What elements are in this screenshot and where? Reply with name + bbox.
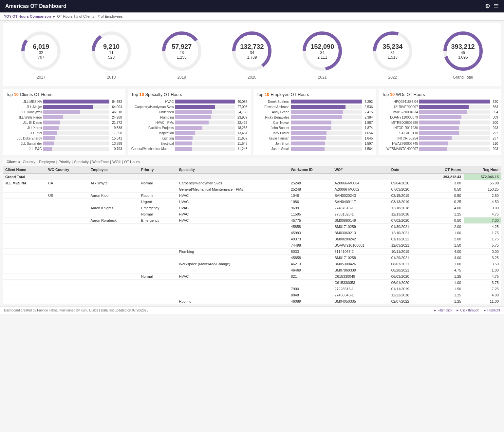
cell-priority: [139, 230, 177, 236]
circle-item-2018[interactable]: 9,210 11 523 2018: [90, 30, 133, 80]
circle-item-2017[interactable]: 6,019 32 707 2017: [20, 30, 62, 80]
highlight-link[interactable]: ► Highlight: [483, 309, 500, 312]
table-bc-client[interactable]: Client: [7, 160, 17, 164]
circle-year-label: 2017: [37, 75, 46, 80]
cell-ot: 0.50: [426, 217, 464, 224]
bar-container: [43, 121, 109, 124]
cell-date: 07/02/2020: [389, 217, 426, 224]
bar-container: [175, 110, 235, 114]
bar-value: 15,341: [112, 137, 122, 140]
table-row: 7900 27228616-1 01/11/2019 1.50 7.25: [3, 286, 501, 292]
cell-workzone: 1048: [288, 193, 332, 199]
bar-fill: [175, 131, 195, 135]
circle-item-grandtotal[interactable]: 393,212 45 3,095 Grand Total: [442, 30, 484, 80]
table-bc-workzone[interactable]: WorkZone: [92, 160, 109, 164]
bar-row: Ricky Benavidez 2,384: [257, 115, 373, 119]
table-bc-country[interactable]: Country: [23, 160, 35, 164]
bar-label: JLL P&G: [6, 147, 42, 151]
cell-workzone: 25248: [288, 186, 332, 193]
cell-ot: 2.00: [426, 236, 464, 242]
cell-wo: SAN0400117: [332, 199, 388, 205]
table-bc-ot[interactable]: OT Hours: [124, 160, 140, 164]
bar-row: INTOR-R011930 293: [382, 126, 498, 130]
click-through-link[interactable]: ► Click through: [456, 309, 479, 312]
bar-value: 11,637: [237, 137, 248, 140]
col-ot[interactable]: OT Hours: [426, 166, 464, 174]
clients-bars: JLL MES NA 84,352 JLL-Meijer 64,004 JLL …: [6, 100, 122, 151]
cell-specialty: HVAC: [176, 199, 288, 205]
circle-item-2021[interactable]: 152,090 34 2,111 2021: [301, 30, 344, 80]
bar-container: [419, 126, 490, 130]
cell-date: 06/03/2020: [389, 273, 426, 280]
bar-fill: [43, 121, 60, 124]
col-specialty[interactable]: Specialty: [176, 166, 288, 174]
circle-item-2020[interactable]: 132,732 34 1,739 2020: [231, 30, 273, 80]
table-bc-wo[interactable]: WO#: [112, 160, 121, 164]
cell-specialty: [176, 267, 288, 273]
cell-wo: AZ0066-M0082: [332, 186, 388, 193]
cell-country: [46, 292, 88, 298]
circle-main-value: 393,212: [451, 43, 475, 50]
settings-icon[interactable]: ⚙: [485, 3, 490, 10]
col-employee[interactable]: Employee: [88, 166, 139, 174]
cell-priority: [139, 236, 177, 242]
breadcrumb-ot-hours[interactable]: OT Hours: [57, 14, 72, 18]
top-wos-title: Top 10 WOs OT Hours: [382, 92, 498, 97]
cell-priority: Routine: [139, 193, 177, 199]
breadcrumb-employees[interactable]: # of Employees: [98, 14, 123, 18]
col-wo[interactable]: WO#: [332, 166, 388, 174]
table-bc-specialty[interactable]: Specialty: [74, 160, 89, 164]
cell-client: [3, 236, 46, 242]
table-wrapper[interactable]: Client Name WO Country Employee Priority…: [3, 166, 501, 304]
circle-item-2022[interactable]: 35,234 31 1,513 2022: [371, 30, 414, 80]
col-client[interactable]: Client Name: [3, 166, 46, 174]
cell-client: [3, 186, 46, 193]
col-country[interactable]: WO Country: [46, 166, 88, 174]
menu-icon[interactable]: ☰: [494, 3, 499, 10]
bar-row: Jason Small 1,564: [257, 147, 373, 151]
bar-label: Facilities Projects: [131, 126, 174, 130]
cell-specialty: [176, 242, 288, 249]
bar-container: [175, 115, 235, 119]
circle-sub2-value: 523: [103, 55, 120, 60]
col-workzone[interactable]: Workzone ID: [288, 166, 332, 174]
table-row: 45993 BM03060213 12/10/2021 1.00 1.75: [3, 230, 501, 236]
bar-row: General/Mechanical Maintenan... 11,248: [131, 147, 248, 151]
bar-container: [43, 115, 109, 119]
cell-wo: AZ0066-M0084: [332, 180, 388, 186]
cell-specialty: General/Mechanical Maintenance - PMs: [176, 186, 288, 193]
breadcrumb-yoy[interactable]: YOY OT Hours Comparison: [4, 14, 51, 18]
cell-country: [46, 273, 88, 280]
col-reg[interactable]: Reg Hour: [464, 166, 501, 174]
cell-priority: [139, 261, 177, 267]
bar-label: Kevin Hannah: [257, 137, 289, 140]
bar-fill: [43, 126, 59, 130]
table-bc-employee[interactable]: Employee: [39, 160, 55, 164]
top-clients-title: Top 10 Clients OT Hours: [6, 92, 122, 97]
top-specialty-title: Top 10 Specialty OT Hours: [131, 92, 248, 97]
cell-wo: BM04050335: [332, 298, 388, 304]
col-date[interactable]: Date: [389, 166, 426, 174]
bar-container: [419, 121, 490, 124]
bar-value: 1,654: [364, 131, 373, 135]
cell-specialty: HVAC: [176, 273, 288, 280]
table-row: General/Mechanical Maintenance - PMs 252…: [3, 186, 501, 193]
grand-total-reg: 572,046.15: [464, 174, 501, 180]
cell-reg: 7.00: [464, 217, 501, 224]
table-bc-priority[interactable]: Prioritiy: [59, 160, 71, 164]
bar-container: [291, 136, 362, 140]
col-priority[interactable]: Priority: [139, 166, 177, 174]
cell-ot: 2.00: [426, 224, 464, 230]
bar-row: 121RIVER00007 363: [382, 105, 498, 109]
cell-country: [46, 261, 88, 267]
bar-row: JLL Duke Energy 15,341: [6, 136, 122, 140]
bar-container: [175, 141, 235, 145]
cell-wo: BM08280242: [332, 236, 388, 242]
breadcrumb-clients[interactable]: # of Clients: [76, 14, 94, 18]
filter-click-link[interactable]: ► Filter click: [433, 309, 452, 312]
table-header: Client Name WO Country Employee Priority…: [3, 166, 501, 174]
circle-item-2019[interactable]: 57,927 23 1,255 2019: [160, 30, 203, 80]
cell-specialty: [176, 236, 288, 242]
bar-container: [43, 100, 109, 103]
bar-value: 21,772: [112, 121, 122, 124]
